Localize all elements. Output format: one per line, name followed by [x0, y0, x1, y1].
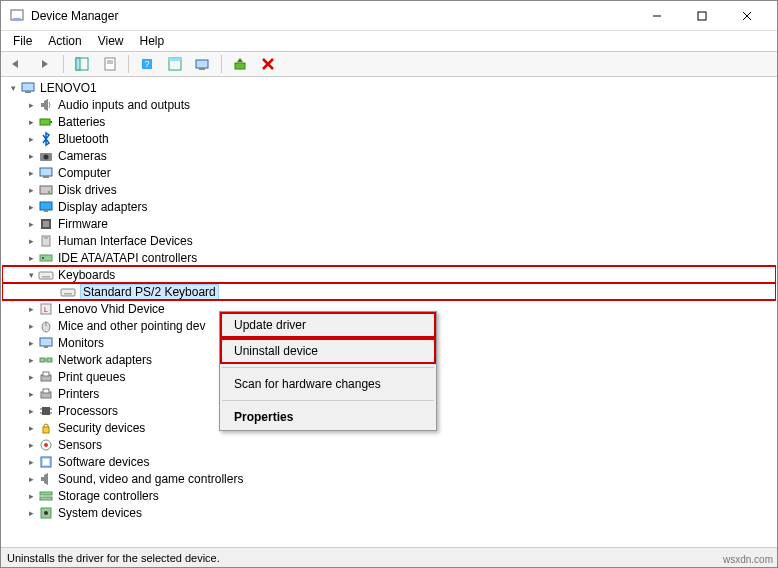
battery-icon [38, 114, 54, 130]
tree-item-hid[interactable]: ▸ Human Interface Devices [2, 232, 776, 249]
expander-icon[interactable]: ▸ [24, 251, 38, 265]
maximize-button[interactable] [679, 2, 724, 30]
tree-item-display[interactable]: ▸ Display adapters [2, 198, 776, 215]
tree-item-label: Monitors [58, 336, 104, 350]
keyboard-icon [38, 267, 54, 283]
scan-hardware-button[interactable] [191, 53, 215, 75]
context-properties[interactable]: Properties [220, 404, 436, 430]
svg-rect-63 [43, 389, 49, 393]
toolbar-separator [63, 55, 64, 73]
expander-icon [46, 285, 60, 299]
svg-rect-18 [199, 68, 205, 70]
tree-item-keyboard[interactable]: ▾ Keyboards [2, 266, 776, 283]
tree-item-bluetooth[interactable]: ▸ Bluetooth [2, 130, 776, 147]
menu-help[interactable]: Help [132, 32, 173, 50]
tree-item-battery[interactable]: ▸ Batteries [2, 113, 776, 130]
menu-view[interactable]: View [90, 32, 132, 50]
forward-button[interactable] [33, 53, 57, 75]
status-bar: Uninstalls the driver for the selected d… [1, 547, 777, 567]
svg-rect-27 [40, 119, 50, 125]
update-driver-button[interactable] [228, 53, 252, 75]
system-icon [38, 505, 54, 521]
tree-item-label: Batteries [58, 115, 105, 129]
tree-item-software[interactable]: ▸ Software devices [2, 453, 776, 470]
menu-action[interactable]: Action [40, 32, 89, 50]
tree-item-label: Mice and other pointing dev [58, 319, 205, 333]
expander-icon[interactable]: ▸ [24, 506, 38, 520]
title-bar: Device Manager [1, 1, 777, 31]
tree-item-label: LENOVO1 [40, 81, 97, 95]
tree-item-keyboard-child[interactable]: Standard PS/2 Keyboard [2, 283, 776, 300]
context-update-driver[interactable]: Update driver [220, 312, 436, 338]
svg-point-30 [44, 154, 49, 159]
toolbar: ? [1, 51, 777, 77]
expander-icon[interactable]: ▸ [24, 472, 38, 486]
expander-icon[interactable]: ▸ [24, 319, 38, 333]
expander-icon[interactable]: ▸ [24, 115, 38, 129]
tree-item-ide[interactable]: ▸ IDE ATA/ATAPI controllers [2, 249, 776, 266]
close-button[interactable] [724, 2, 769, 30]
tree-item-label: Computer [58, 166, 111, 180]
tree-item-storage[interactable]: ▸ Storage controllers [2, 487, 776, 504]
expander-icon[interactable]: ▸ [24, 336, 38, 350]
uninstall-button[interactable] [256, 53, 280, 75]
expander-icon[interactable]: ▸ [24, 387, 38, 401]
security-icon [38, 420, 54, 436]
tree-item-computer[interactable]: ▸ Computer [2, 164, 776, 181]
tree-item-system[interactable]: ▸ System devices [2, 504, 776, 521]
expander-icon[interactable]: ▾ [24, 268, 38, 282]
properties-button[interactable] [98, 53, 122, 75]
expander-icon[interactable]: ▾ [6, 81, 20, 95]
svg-rect-25 [41, 103, 44, 107]
tree-item-firmware[interactable]: ▸ Firmware [2, 215, 776, 232]
tree-root[interactable]: ▾ LENOVO1 [2, 79, 776, 96]
svg-point-34 [48, 191, 50, 193]
show-hide-tree-button[interactable] [70, 53, 94, 75]
minimize-button[interactable] [634, 2, 679, 30]
expander-icon[interactable]: ▸ [24, 421, 38, 435]
tree-item-label: Disk drives [58, 183, 117, 197]
svg-rect-77 [40, 497, 52, 500]
expander-icon[interactable]: ▸ [24, 200, 38, 214]
back-button[interactable] [5, 53, 29, 75]
expander-icon[interactable]: ▸ [24, 132, 38, 146]
tree-item-camera[interactable]: ▸ Cameras [2, 147, 776, 164]
expander-icon[interactable]: ▸ [24, 98, 38, 112]
expander-icon[interactable]: ▸ [24, 489, 38, 503]
toolbar-separator [221, 55, 222, 73]
tree-item-sensor[interactable]: ▸ Sensors [2, 436, 776, 453]
help-button[interactable]: ? [135, 53, 159, 75]
context-scan-hardware[interactable]: Scan for hardware changes [220, 371, 436, 397]
context-uninstall-device[interactable]: Uninstall device [220, 338, 436, 364]
menu-file[interactable]: File [5, 32, 40, 50]
expander-icon[interactable]: ▸ [24, 370, 38, 384]
expander-icon[interactable]: ▸ [24, 438, 38, 452]
svg-point-71 [44, 443, 48, 447]
svg-rect-61 [43, 372, 49, 376]
expander-icon[interactable]: ▸ [24, 166, 38, 180]
tree-item-sound[interactable]: ▸ Sound, video and game controllers [2, 470, 776, 487]
camera-icon [38, 148, 54, 164]
svg-point-79 [44, 511, 48, 515]
expander-icon[interactable]: ▸ [24, 183, 38, 197]
expander-icon[interactable]: ▸ [24, 234, 38, 248]
expander-icon[interactable]: ▸ [24, 353, 38, 367]
svg-rect-31 [40, 168, 52, 176]
expander-icon[interactable]: ▸ [24, 149, 38, 163]
tree-item-speaker[interactable]: ▸ Audio inputs and outputs [2, 96, 776, 113]
svg-text:?: ? [144, 59, 149, 69]
expander-icon[interactable]: ▸ [24, 455, 38, 469]
svg-rect-64 [42, 407, 50, 415]
expander-icon[interactable]: ▸ [24, 302, 38, 316]
expander-icon[interactable]: ▸ [24, 404, 38, 418]
context-menu: Update driver Uninstall device Scan for … [219, 311, 437, 431]
svg-rect-19 [235, 63, 245, 69]
svg-point-42 [42, 257, 44, 259]
tree-item-label: Network adapters [58, 353, 152, 367]
tree-item-disk[interactable]: ▸ Disk drives [2, 181, 776, 198]
action-icon[interactable] [163, 53, 187, 75]
expander-icon[interactable]: ▸ [24, 217, 38, 231]
tree-item-label: Cameras [58, 149, 107, 163]
svg-rect-1 [13, 18, 21, 21]
tree-item-label: Processors [58, 404, 118, 418]
